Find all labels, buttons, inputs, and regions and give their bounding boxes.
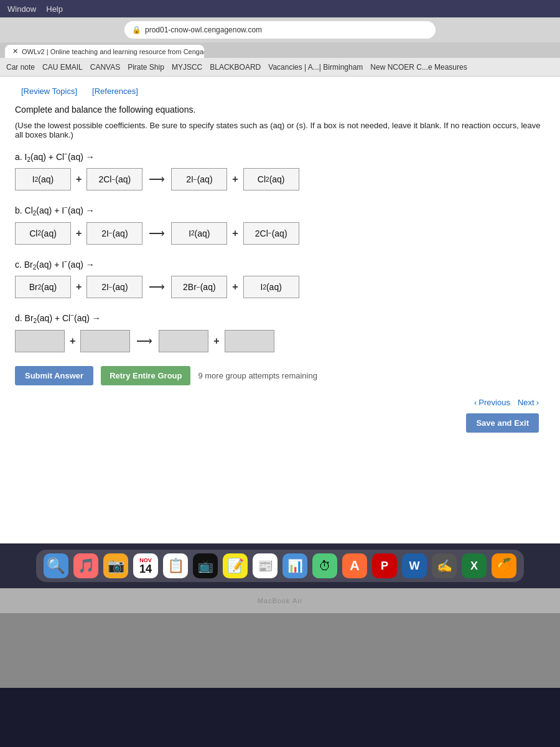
dock-notes-icon[interactable]: 📝 — [223, 553, 248, 578]
review-links: [Review Topics] [References] — [15, 87, 545, 96]
review-topics-link[interactable]: [Review Topics] — [21, 87, 77, 96]
bookmark-pirateship[interactable]: Pirate Ship — [128, 63, 164, 72]
bookmark-cauemail[interactable]: CAU EMAIL — [42, 63, 83, 72]
dock-finder-icon[interactable]: 🔍 — [44, 553, 68, 578]
menu-bar: Window Help — [0, 0, 560, 17]
equation-c-label: c. Br2(aq) + I−(aq) → — [15, 258, 545, 271]
save-exit-row: Save and Exit — [15, 407, 545, 439]
tab-favicon: ✕ — [12, 47, 18, 55]
eq-c-left1[interactable]: Br2(aq) — [15, 276, 71, 298]
eq-d-arrow: ⟶ — [134, 334, 155, 348]
eq-d-right1[interactable] — [159, 330, 208, 352]
eq-a-right2[interactable]: Cl2(aq) — [243, 168, 299, 190]
equation-a-section: a. I2(aq) + Cl−(aq) → I2(aq) + 2Cl−(aq) … — [15, 151, 545, 190]
next-chevron-icon: › — [536, 398, 539, 407]
eq-b-arrow: ⟶ — [146, 227, 167, 240]
attempts-text: 9 more group attempts remaining — [198, 371, 317, 380]
dock-script-icon[interactable]: ✍ — [432, 553, 457, 578]
eq-d-left2[interactable] — [80, 330, 130, 352]
dock-photos-icon[interactable]: 📷 — [103, 553, 128, 578]
address-bar[interactable]: 🔒 prod01-cnow-owl.cengagenow.com — [124, 21, 436, 39]
action-buttons: Submit Answer Retry Entire Group 9 more … — [15, 366, 545, 385]
dock-orange-icon[interactable]: 🍊 — [492, 553, 516, 578]
instructions-text: Complete and balance the following equat… — [15, 105, 545, 115]
keyboard-area — [0, 613, 560, 688]
nav-row: ‹ Previous Next › — [15, 398, 545, 407]
window-menu[interactable]: Window — [7, 4, 36, 14]
references-link[interactable]: [References] — [92, 87, 138, 96]
eq-c-right2[interactable]: I2(aq) — [243, 276, 299, 298]
bookmark-vacancies[interactable]: Vacancies | A...| Birmingham — [268, 63, 363, 72]
dock-timer-icon[interactable]: ⏱ — [312, 553, 337, 578]
dock-news-icon[interactable]: 📰 — [253, 553, 278, 578]
eq-a-plus1: + — [75, 174, 83, 185]
dock-p-icon[interactable]: P — [372, 553, 397, 578]
equation-b-label: b. Cl2(aq) + I−(aq) → — [15, 204, 545, 217]
eq-a-arrow: ⟶ — [146, 172, 167, 186]
equation-d-section: d. Br2(aq) + Cl−(aq) → + ⟶ + — [15, 312, 545, 352]
eq-d-plus1: + — [68, 336, 77, 347]
eq-d-plus2: + — [212, 336, 220, 347]
eq-b-left1[interactable]: Cl2(aq) — [15, 222, 71, 245]
dock-w-icon[interactable]: W — [402, 553, 427, 578]
eq-d-left1[interactable] — [15, 330, 65, 352]
equation-a-label: a. I2(aq) + Cl−(aq) → — [15, 151, 545, 163]
dock: 🔍 🎵 📷 NOV 14 📋 📺 📝 📰 📊 ⏱ A P W ✍ X 🍊 — [36, 550, 524, 582]
retry-button[interactable]: Retry Entire Group — [101, 366, 190, 385]
macbook-label: MacBook Air — [0, 588, 560, 613]
bookmarks-bar: Car note CAU EMAIL CANVAS Pirate Ship MY… — [0, 58, 560, 77]
eq-a-left2[interactable]: 2Cl−(aq) — [86, 168, 142, 190]
dock-tv-icon[interactable]: 📺 — [193, 553, 218, 578]
dock-x-icon[interactable]: X — [462, 553, 487, 578]
dock-a-icon[interactable]: A — [342, 553, 367, 578]
equation-a-row: I2(aq) + 2Cl−(aq) ⟶ 2I−(aq) + Cl2(aq) — [15, 168, 545, 190]
dock-bar-icon[interactable]: 📊 — [282, 553, 307, 578]
eq-b-plus2: + — [231, 228, 239, 239]
eq-c-left2[interactable]: 2I−(aq) — [86, 276, 142, 298]
eq-a-left1[interactable]: I2(aq) — [15, 168, 71, 190]
browser-chrome: 🔒 prod01-cnow-owl.cengagenow.com — [0, 17, 560, 42]
page-content: [Review Topics] [References] Complete an… — [0, 77, 560, 543]
eq-a-plus2: + — [231, 174, 239, 185]
dock-area: 🔍 🎵 📷 NOV 14 📋 📺 📝 📰 📊 ⏱ A P W ✍ X 🍊 — [0, 543, 560, 588]
bookmark-ncoer[interactable]: New NCOER C...e Measures — [370, 63, 467, 72]
eq-b-right1[interactable]: I2(aq) — [171, 222, 227, 245]
eq-b-plus1: + — [75, 228, 83, 239]
eq-c-plus2: + — [231, 281, 239, 293]
dock-reminders-icon[interactable]: 📋 — [163, 553, 188, 578]
prev-chevron-icon: ‹ — [474, 398, 477, 407]
eq-a-right1[interactable]: 2I−(aq) — [171, 168, 227, 190]
bookmark-myjscc[interactable]: MYJSCC — [172, 63, 202, 72]
equation-c-row: Br2(aq) + 2I−(aq) ⟶ 2Br−(aq) + I2(aq) — [15, 276, 545, 298]
eq-b-right2[interactable]: 2Cl−(aq) — [243, 222, 299, 245]
tab-title: OWLv2 | Online teaching and learning res… — [22, 48, 204, 55]
dock-day: 14 — [139, 563, 152, 575]
tab-bar: ✕ OWLv2 | Online teaching and learning r… — [0, 42, 560, 58]
bookmark-blackboard[interactable]: BLACKBOARD — [210, 63, 261, 72]
lock-icon: 🔒 — [132, 26, 141, 34]
next-button[interactable]: Next › — [518, 398, 539, 407]
note-text: (Use the lowest possible coefficients. B… — [15, 121, 545, 139]
url-text: prod01-cnow-owl.cengagenow.com — [145, 26, 262, 34]
previous-button[interactable]: ‹ Previous — [474, 398, 510, 407]
eq-c-plus1: + — [75, 281, 83, 293]
equation-b-section: b. Cl2(aq) + I−(aq) → Cl2(aq) + 2I−(aq) … — [15, 204, 545, 244]
dock-music-icon[interactable]: 🎵 — [73, 553, 98, 578]
eq-b-left2[interactable]: 2I−(aq) — [86, 222, 142, 245]
dock-calendar-icon[interactable]: NOV 14 — [133, 553, 158, 578]
eq-c-right1[interactable]: 2Br−(aq) — [171, 276, 227, 298]
eq-c-arrow: ⟶ — [146, 280, 167, 294]
equation-d-label: d. Br2(aq) + Cl−(aq) → — [15, 312, 545, 324]
bookmark-canvas[interactable]: CANVAS — [90, 63, 120, 72]
eq-d-right2[interactable] — [225, 330, 274, 352]
bookmark-carnote[interactable]: Car note — [6, 63, 35, 72]
submit-button[interactable]: Submit Answer — [15, 366, 93, 385]
equation-d-row: + ⟶ + — [15, 330, 545, 352]
browser-tab[interactable]: ✕ OWLv2 | Online teaching and learning r… — [5, 45, 204, 58]
equation-b-row: Cl2(aq) + 2I−(aq) ⟶ I2(aq) + 2Cl−(aq) — [15, 222, 545, 245]
help-menu[interactable]: Help — [46, 4, 63, 14]
save-exit-button[interactable]: Save and Exit — [466, 413, 539, 433]
equation-c-section: c. Br2(aq) + I−(aq) → Br2(aq) + 2I−(aq) … — [15, 258, 545, 298]
